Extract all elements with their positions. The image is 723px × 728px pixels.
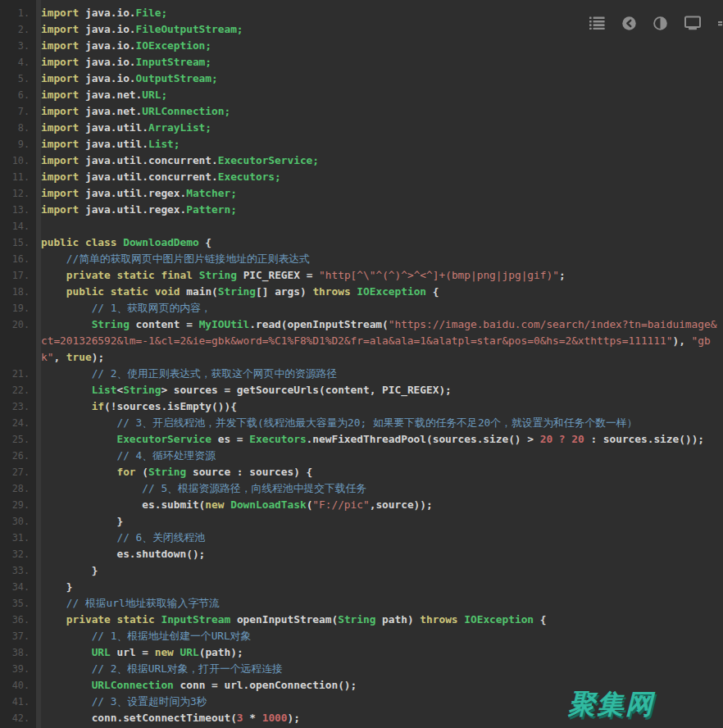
line-number: 8.	[0, 120, 36, 136]
code-line: 34. }	[0, 579, 723, 595]
line-number: 7.	[0, 103, 36, 120]
line-number: 11.	[0, 169, 36, 185]
code-text: import java.util.regex.Matcher;	[36, 185, 723, 202]
code-line: 39. // 2、根据URL对象，打开一个远程连接	[0, 661, 723, 677]
watermark: 聚集网	[568, 686, 654, 723]
line-number: 5.	[0, 71, 36, 87]
code-line: 14.	[0, 218, 723, 234]
code-text: import java.io.OutputStream;	[36, 71, 723, 87]
line-number: 39.	[0, 661, 36, 677]
monitor-icon[interactable]	[684, 16, 701, 30]
code-editor[interactable]: 1.import java.io.File;2.import java.io.F…	[0, 5, 723, 726]
line-number: 30.	[0, 513, 36, 530]
contrast-icon[interactable]	[653, 16, 667, 30]
code-text: es.shutdown();	[36, 546, 723, 562]
back-icon[interactable]	[622, 16, 636, 30]
line-number: 26.	[0, 448, 36, 464]
line-number: 4.	[0, 54, 36, 71]
code-line: 4.import java.io.InputStream;	[0, 54, 723, 71]
code-line: 38. URL url = new URL(path);	[0, 644, 723, 661]
code-line: 19. // 1、获取网页的内容，	[0, 300, 723, 316]
line-number: 21.	[0, 366, 36, 382]
code-line: 22. List<String> sources = getSourceUrls…	[0, 382, 723, 398]
code-text: }	[36, 579, 723, 595]
code-text: import java.util.regex.Pattern;	[36, 202, 723, 218]
code-line: 10.import java.util.concurrent.ExecutorS…	[0, 152, 723, 169]
code-text: // 根据url地址获取输入字节流	[36, 595, 723, 612]
code-text: es.submit(new DownLoadTask("F://pic",sou…	[36, 497, 723, 513]
code-text: import java.util.concurrent.ExecutorServ…	[36, 152, 723, 169]
code-text: for (String source : sources) {	[36, 464, 723, 480]
code-text: import java.io.IOException;	[36, 38, 723, 54]
code-line: 13.import java.util.regex.Pattern;	[0, 202, 723, 218]
code-line: 8.import java.util.ArrayList;	[0, 120, 723, 136]
line-number: 17.	[0, 267, 36, 284]
code-line: 24. // 3、开启线程池，并发下载(线程池最大容量为20; 如果要下载的任务…	[0, 415, 723, 431]
line-number: 29.	[0, 497, 36, 513]
line-number: 41.	[0, 694, 36, 710]
code-line: 17. private static final String PIC_REGE…	[0, 267, 723, 284]
code-text: // 3、开启线程池，并发下载(线程池最大容量为20; 如果要下载的任务不足20…	[36, 415, 723, 431]
code-text: List<String> sources = getSourceUrls(con…	[36, 382, 723, 398]
line-number: 13.	[0, 202, 36, 218]
code-line: 5.import java.io.OutputStream;	[0, 71, 723, 87]
line-number: 38.	[0, 644, 36, 661]
code-line: 7.import java.net.URLConnection;	[0, 103, 723, 120]
code-text: import java.util.List;	[36, 136, 723, 152]
code-line: 16. //简单的获取网页中图片图片链接地址的正则表达式	[0, 251, 723, 267]
code-text: }	[36, 513, 723, 530]
line-number: 19.	[0, 300, 36, 316]
toolbar	[589, 16, 723, 30]
line-number: 28.	[0, 480, 36, 497]
code-text: // 5、根据资源路径，向线程池中提交下载任务	[36, 480, 723, 497]
line-number: 24.	[0, 415, 36, 431]
line-number: 14.	[0, 218, 36, 234]
line-number: 22.	[0, 382, 36, 398]
code-line: 28. // 5、根据资源路径，向线程池中提交下载任务	[0, 480, 723, 497]
line-number: 23.	[0, 398, 36, 415]
code-text: public class DownloadDemo {	[36, 234, 723, 251]
code-text: import java.util.concurrent.Executors;	[36, 169, 723, 185]
line-number: 40.	[0, 677, 36, 694]
line-number: 20.	[0, 316, 36, 366]
code-text: if(!sources.isEmpty()){	[36, 398, 723, 415]
code-text: // 6、关闭线程池	[36, 530, 723, 546]
code-text: import java.io.InputStream;	[36, 54, 723, 71]
code-line: 9.import java.util.List;	[0, 136, 723, 152]
code-line: 23. if(!sources.isEmpty()){	[0, 398, 723, 415]
code-line: 6.import java.net.URL;	[0, 87, 723, 103]
code-line: 18. public static void main(String[] arg…	[0, 284, 723, 300]
code-line: 27. for (String source : sources) {	[0, 464, 723, 480]
code-line: 20. String content = MyIOUtil.read(openI…	[0, 316, 723, 366]
code-text: String content = MyIOUtil.read(openInput…	[36, 316, 723, 366]
code-line: 26. // 4、循环处理资源	[0, 448, 723, 464]
line-number: 16.	[0, 251, 36, 267]
code-line: 32. es.shutdown();	[0, 546, 723, 562]
list-icon[interactable]	[589, 16, 605, 30]
line-number: 9.	[0, 136, 36, 152]
code-text	[36, 218, 723, 234]
line-number: 18.	[0, 284, 36, 300]
code-line: 3.import java.io.IOException;	[0, 38, 723, 54]
line-number: 32.	[0, 546, 36, 562]
code-text: ExecutorService es = Executors.newFixedT…	[36, 431, 723, 448]
code-text: import java.util.ArrayList;	[36, 120, 723, 136]
code-text: URL url = new URL(path);	[36, 644, 723, 661]
code-line: 30. }	[0, 513, 723, 530]
code-line: 21. // 2、使用正则表达式，获取这个网页中的资源路径	[0, 366, 723, 382]
code-text: // 2、使用正则表达式，获取这个网页中的资源路径	[36, 366, 723, 382]
code-text: import java.net.URL;	[36, 87, 723, 103]
code-line: 37. // 1、根据地址创建一个URL对象	[0, 628, 723, 644]
line-number: 37.	[0, 628, 36, 644]
line-number: 27.	[0, 464, 36, 480]
code-line: 15.public class DownloadDemo {	[0, 234, 723, 251]
code-line: 25. ExecutorService es = Executors.newFi…	[0, 431, 723, 448]
line-number: 1.	[0, 5, 36, 21]
line-number: 25.	[0, 431, 36, 448]
clipped-icon[interactable]	[718, 16, 723, 30]
code-line: 35. // 根据url地址获取输入字节流	[0, 595, 723, 612]
code-line: 12.import java.util.regex.Matcher;	[0, 185, 723, 202]
code-text: import java.net.URLConnection;	[36, 103, 723, 120]
code-text: }	[36, 562, 723, 579]
code-text: //简单的获取网页中图片图片链接地址的正则表达式	[36, 251, 723, 267]
